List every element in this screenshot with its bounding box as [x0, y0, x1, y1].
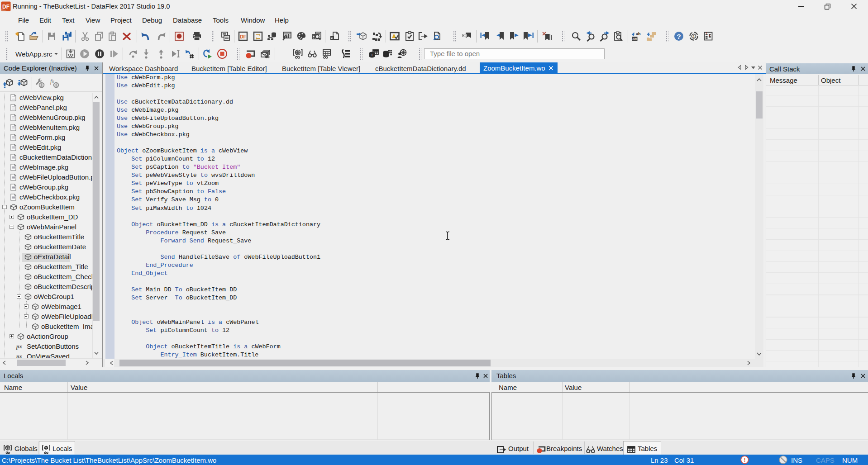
svg-text:!: ! — [744, 457, 745, 463]
svg-text:!: ! — [393, 34, 395, 38]
svg-text:DF: DF — [2, 4, 10, 10]
svg-text:ac: ac — [632, 37, 637, 41]
svg-text:DF: DF — [240, 34, 247, 39]
svg-text:ab: ab — [636, 32, 641, 36]
svg-text:T: T — [371, 53, 373, 57]
svg-text:?: ? — [677, 33, 681, 40]
svg-text:1: 1 — [692, 34, 695, 39]
